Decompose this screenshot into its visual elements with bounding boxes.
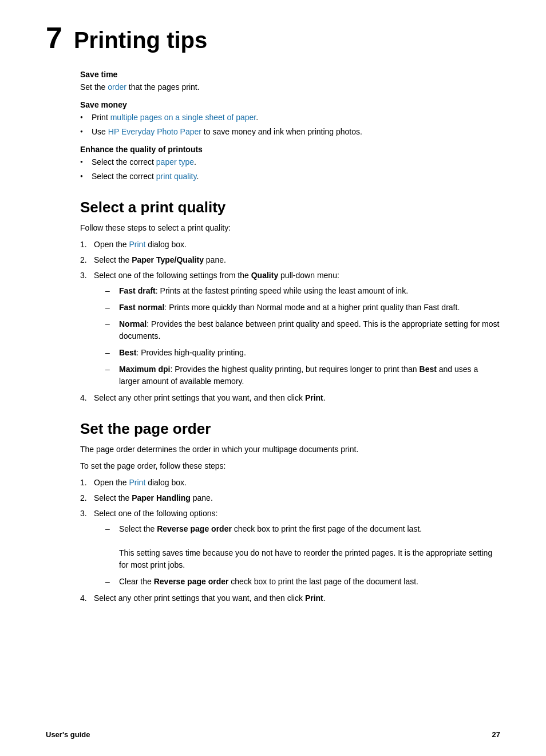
chapter-title: Printing tips: [74, 27, 207, 53]
save-money-list: Print multiple pages on a single sheet o…: [80, 112, 500, 138]
page-order-reverse-select: Select the Reverse page order check box …: [105, 523, 500, 571]
chapter-header: 7 Printing tips: [46, 23, 500, 53]
multiple-pages-link[interactable]: multiple pages on a single sheet of pape…: [110, 113, 256, 122]
page-order-step-2: 2. Select the Paper Handling pane.: [80, 492, 500, 504]
select-print-quality-title: Select a print quality: [80, 199, 500, 216]
page-order-step-3: 3. Select one of the following options: …: [80, 508, 500, 588]
page-order-step-1: 1. Open the Print dialog box.: [80, 477, 500, 489]
page-order-step-4: 4. Select any other print settings that …: [80, 592, 500, 604]
print-dialog-link-1[interactable]: Print: [129, 240, 146, 249]
set-page-order-intro: The page order determines the order in w…: [80, 444, 500, 456]
print-quality-link[interactable]: print quality: [156, 172, 197, 181]
enhance-quality-item-2: Select the correct print quality.: [80, 171, 500, 183]
save-time-heading: Save time: [80, 70, 500, 79]
enhance-quality-section: Enhance the quality of printouts Select …: [80, 145, 500, 183]
set-page-order-section: Set the page order The page order determ…: [80, 420, 500, 604]
save-time-paragraph: Set the order that the pages print.: [80, 81, 500, 93]
paper-type-link[interactable]: paper type: [156, 157, 194, 167]
chapter-number: 7: [46, 23, 62, 53]
footer-right: 27: [492, 730, 500, 739]
save-money-item-2: Use HP Everyday Photo Paper to save mone…: [80, 126, 500, 138]
save-time-section: Save time Set the order that the pages p…: [80, 70, 500, 93]
quality-normal: Normal: Provides the best balance betwee…: [105, 318, 500, 342]
quality-step-3: 3. Select one of the following settings …: [80, 270, 500, 387]
page-order-sub-list: Select the Reverse page order check box …: [105, 523, 500, 588]
enhance-quality-list: Select the correct paper type. Select th…: [80, 156, 500, 183]
quality-max-dpi: Maximum dpi: Provides the highest qualit…: [105, 363, 500, 387]
enhance-quality-heading: Enhance the quality of printouts: [80, 145, 500, 154]
set-page-order-title: Set the page order: [80, 420, 500, 438]
hp-everyday-link[interactable]: HP Everyday Photo Paper: [108, 127, 201, 136]
quality-step-4: 4. Select any other print settings that …: [80, 392, 500, 404]
quality-best: Best: Provides high-quality printing.: [105, 347, 500, 359]
page-order-reverse-clear: Clear the Reverse page order check box t…: [105, 576, 500, 588]
footer-left: User's guide: [46, 730, 90, 739]
select-print-quality-section: Select a print quality Follow these step…: [80, 199, 500, 404]
content-area: Save time Set the order that the pages p…: [80, 70, 500, 604]
quality-fast-normal: Fast normal: Prints more quickly than No…: [105, 302, 500, 314]
set-page-order-intro2: To set the page order, follow these step…: [80, 460, 500, 472]
quality-fast-draft: Fast draft: Prints at the fastest printi…: [105, 285, 500, 297]
enhance-quality-item-1: Select the correct paper type.: [80, 156, 500, 168]
select-quality-steps: 1. Open the Print dialog box. 2. Select …: [80, 239, 500, 404]
quality-step-1: 1. Open the Print dialog box.: [80, 239, 500, 251]
print-dialog-link-2[interactable]: Print: [129, 478, 146, 487]
page-footer: User's guide 27: [46, 730, 500, 739]
quality-step-2: 2. Select the Paper Type/Quality pane.: [80, 254, 500, 266]
save-money-item-1: Print multiple pages on a single sheet o…: [80, 112, 500, 124]
page-container: 7 Printing tips Save time Set the order …: [0, 0, 546, 756]
quality-sub-list: Fast draft: Prints at the fastest printi…: [105, 285, 500, 387]
save-money-heading: Save money: [80, 100, 500, 109]
select-print-quality-intro: Follow these steps to select a print qua…: [80, 222, 500, 234]
page-order-steps: 1. Open the Print dialog box. 2. Select …: [80, 477, 500, 604]
order-link[interactable]: order: [108, 82, 126, 92]
save-money-section: Save money Print multiple pages on a sin…: [80, 100, 500, 138]
